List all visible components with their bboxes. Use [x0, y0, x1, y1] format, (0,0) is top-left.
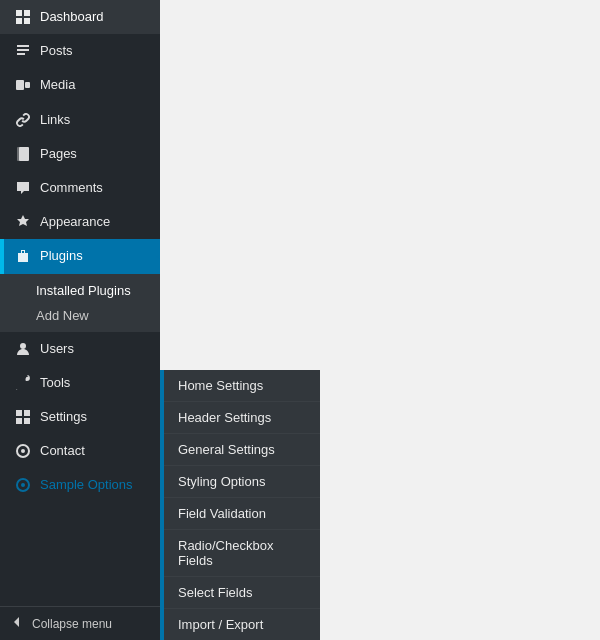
svg-rect-1: [24, 10, 30, 16]
popup-import-export[interactable]: Import / Export: [164, 609, 320, 640]
dashboard-label: Dashboard: [40, 8, 150, 26]
collapse-label: Collapse menu: [32, 617, 112, 631]
sidebar-item-media[interactable]: Media: [0, 68, 160, 102]
popup-field-validation[interactable]: Field Validation: [164, 498, 320, 530]
popup-header-settings[interactable]: Header Settings: [164, 402, 320, 434]
svg-point-8: [20, 343, 26, 349]
svg-rect-5: [25, 82, 30, 88]
svg-point-14: [21, 449, 25, 453]
sample-options-icon: [14, 476, 32, 494]
sidebar-item-dashboard[interactable]: Dashboard: [0, 0, 160, 34]
tools-icon: [14, 374, 32, 392]
sidebar-item-users[interactable]: Users: [0, 332, 160, 366]
svg-rect-7: [19, 147, 29, 161]
collapse-menu-button[interactable]: Collapse menu: [0, 606, 160, 640]
plugins-label: Plugins: [40, 247, 150, 265]
popup-general-settings[interactable]: General Settings: [164, 434, 320, 466]
settings-icon: [14, 408, 32, 426]
sidebar-item-contact[interactable]: Contact: [0, 434, 160, 468]
sample-options-label: Sample Options: [40, 476, 150, 494]
popup-home-settings[interactable]: Home Settings: [164, 370, 320, 402]
submenu-installed-plugins[interactable]: Installed Plugins: [0, 278, 160, 303]
popup-styling-options[interactable]: Styling Options: [164, 466, 320, 498]
contact-icon: [14, 442, 32, 460]
sample-options-popup: Home Settings Header Settings General Se…: [160, 370, 320, 640]
posts-icon: [14, 42, 32, 60]
submenu-add-new[interactable]: Add New: [0, 303, 160, 328]
collapse-icon: [10, 615, 24, 632]
sidebar-item-comments[interactable]: Comments: [0, 171, 160, 205]
users-label: Users: [40, 340, 150, 358]
svg-rect-12: [24, 418, 30, 424]
sidebar-item-sample-options[interactable]: Sample Options: [0, 468, 160, 502]
svg-rect-0: [16, 10, 22, 16]
contact-label: Contact: [40, 442, 150, 460]
popup-select-fields[interactable]: Select Fields: [164, 577, 320, 609]
comments-label: Comments: [40, 179, 150, 197]
tools-label: Tools: [40, 374, 150, 392]
media-icon: [14, 76, 32, 94]
media-label: Media: [40, 76, 150, 94]
svg-rect-2: [16, 18, 22, 24]
svg-rect-9: [16, 410, 22, 416]
svg-rect-10: [24, 410, 30, 416]
sidebar: Dashboard Posts Media Links Pages: [0, 0, 160, 640]
pages-label: Pages: [40, 145, 150, 163]
svg-rect-3: [24, 18, 30, 24]
pages-icon: [14, 145, 32, 163]
appearance-label: Appearance: [40, 213, 150, 231]
sidebar-item-pages[interactable]: Pages: [0, 137, 160, 171]
svg-point-16: [21, 483, 25, 487]
appearance-icon: [14, 213, 32, 231]
sidebar-item-links[interactable]: Links: [0, 103, 160, 137]
sidebar-item-tools[interactable]: Tools: [0, 366, 160, 400]
svg-rect-4: [16, 80, 24, 90]
sidebar-item-appearance[interactable]: Appearance: [0, 205, 160, 239]
links-icon: [14, 111, 32, 129]
popup-radio-checkbox-fields[interactable]: Radio/Checkbox Fields: [164, 530, 320, 577]
comments-icon: [14, 179, 32, 197]
plugins-icon: [14, 247, 32, 265]
settings-label: Settings: [40, 408, 150, 426]
sidebar-item-posts[interactable]: Posts: [0, 34, 160, 68]
svg-rect-11: [16, 418, 22, 424]
links-label: Links: [40, 111, 150, 129]
sidebar-item-plugins[interactable]: Plugins: [0, 239, 160, 273]
plugins-submenu: Installed Plugins Add New: [0, 274, 160, 332]
posts-label: Posts: [40, 42, 150, 60]
users-icon: [14, 340, 32, 358]
dashboard-icon: [14, 8, 32, 26]
admin-layout: Dashboard Posts Media Links Pages: [0, 0, 600, 640]
sidebar-item-settings[interactable]: Settings: [0, 400, 160, 434]
